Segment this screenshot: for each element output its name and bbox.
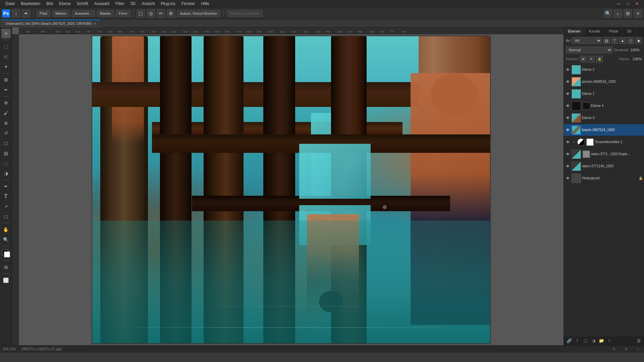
minimize-button[interactable]: —	[614, 1, 624, 6]
hand-tool[interactable]: ✋	[1, 225, 11, 234]
layer-item-stairs[interactable]: 👁 stairs-3771140_1920	[564, 160, 644, 172]
search2-icon[interactable]: ⌕	[614, 9, 622, 17]
square-select-icon[interactable]: ▢	[137, 9, 145, 17]
menu-schrift[interactable]: Schrift	[74, 1, 91, 7]
eyedropper-tool[interactable]: ✒	[1, 85, 11, 95]
foreground-color[interactable]	[1, 249, 11, 258]
menu-filter[interactable]: Filter	[113, 1, 127, 7]
zoom-tool[interactable]: 🔍	[1, 235, 11, 244]
brush-tool[interactable]: 🖌	[1, 108, 11, 118]
layer-item-stairs-copy[interactable]: 👁 stairs-3771...1920 Kopie...	[564, 148, 644, 160]
tab-ebenen[interactable]: Ebenen	[564, 27, 585, 36]
layer-visibility-stairs[interactable]: 👁	[565, 164, 571, 169]
layer-item-tonwert[interactable]: 👁 ✒ Tonwertkorrektur 1	[564, 136, 644, 148]
tab-kanaele[interactable]: Kanäle	[585, 27, 605, 36]
link-layers-btn[interactable]: 🔗	[566, 338, 573, 344]
layer-visibility-person[interactable]: 👁	[565, 79, 571, 84]
screen-mode-btn[interactable]: ⬜	[1, 276, 11, 285]
search-icon[interactable]: 🔍	[604, 9, 612, 17]
maske-btn[interactable]: Maske	[97, 10, 114, 17]
layer-visibility-tonwert[interactable]: 👁	[565, 139, 571, 145]
lock-all-btn[interactable]: 🔒	[596, 56, 603, 62]
tab-3d[interactable]: 3D	[623, 27, 636, 36]
shape-tool[interactable]: ◻	[1, 212, 11, 221]
path-tool-btn[interactable]: ✒	[22, 9, 30, 17]
menu-hilfe[interactable]: Hilfe	[199, 1, 212, 7]
eraser-tool[interactable]: ◻	[1, 138, 11, 148]
layer-visibility-beach[interactable]: 👁	[565, 127, 571, 133]
layer-visibility-ebene3[interactable]: 👁	[565, 115, 571, 121]
art-select[interactable]: Art Normal Filter	[572, 37, 602, 44]
menu-datei[interactable]: Datei	[3, 1, 17, 7]
gradient-tool[interactable]: ▤	[1, 148, 11, 158]
autom-btn[interactable]: Autom. hinzuf./löschen	[177, 10, 220, 17]
layer-visibility-ebene4[interactable]: 👁	[565, 103, 571, 109]
adjustment-btn[interactable]: ◑	[590, 338, 597, 344]
lock-position-btn[interactable]: ⊠	[580, 56, 587, 62]
layer-item-ebene3[interactable]: 👁 Ebene 3	[564, 112, 644, 124]
tab-pfade[interactable]: Pfade	[605, 27, 623, 36]
text-tool[interactable]: T	[1, 192, 11, 201]
layer-style-btn[interactable]: f	[574, 338, 581, 344]
layer-item-person[interactable]: 👁 person-4008516_1920	[564, 76, 644, 88]
history-brush-tool[interactable]: ↺	[1, 128, 11, 138]
layer-item-ebene1[interactable]: 👁 Ebene 1	[564, 88, 644, 100]
panel-icon-5[interactable]: ◆	[635, 37, 642, 44]
crop-tool[interactable]: ⊠	[1, 75, 11, 84]
add-mask-btn[interactable]: ◻	[582, 338, 589, 344]
status-arrange-btn[interactable]: ⊞	[623, 346, 629, 353]
pen-icon[interactable]: ✏	[157, 9, 165, 17]
tab-close-button[interactable]: ✕	[94, 22, 96, 25]
group-btn[interactable]: 📁	[598, 338, 605, 344]
layer-visibility-ebene1[interactable]: 👁	[565, 91, 571, 97]
lasso-icon[interactable]: ◎	[147, 9, 155, 17]
dodge-tool[interactable]: ◑	[1, 169, 11, 178]
panel-icon-3[interactable]: ▲	[619, 37, 626, 44]
menu-bild[interactable]: Bild	[44, 1, 56, 7]
layer-item-ebene4[interactable]: 👁 Ebene 4	[564, 100, 644, 112]
panel-icon-2[interactable]: T	[611, 37, 618, 44]
quick-mask-btn[interactable]: ⊞	[1, 262, 11, 272]
active-tab[interactable]: Unbenannt-1 bei 334% (beach-1867524_1920…	[1, 19, 101, 27]
maximize-button[interactable]: □	[624, 1, 632, 6]
layer-visibility-ebene2[interactable]: 👁	[565, 67, 571, 72]
pen-tool[interactable]: ✒	[1, 182, 11, 191]
menu-3d[interactable]: 3D	[128, 1, 138, 7]
layer-visibility-background[interactable]: 👁	[565, 176, 571, 181]
menu-ansicht[interactable]: Ansicht	[139, 1, 157, 7]
gear-icon[interactable]: ⚙	[167, 9, 175, 17]
stamp-tool[interactable]: ⊕	[1, 118, 11, 128]
select-tool-btn[interactable]: ↕	[12, 9, 20, 17]
menu-fenster[interactable]: Fenster	[179, 1, 198, 7]
menu-auswahl[interactable]: Auswahl	[92, 1, 112, 7]
blend-mode-select[interactable]: Normal Multiplizieren Abdunkeln Aufhelle…	[566, 47, 612, 53]
blur-tool[interactable]: ◌	[1, 159, 11, 168]
status-more-btn[interactable]: ≡	[635, 346, 641, 353]
menu-plugins[interactable]: Plug-ins	[158, 1, 178, 7]
layer-item-background[interactable]: 👁 Hintergrund 🔒	[564, 172, 644, 184]
magic-wand-tool[interactable]: ✦	[1, 62, 11, 71]
home-button[interactable]: Ps	[2, 9, 10, 17]
panel-icon-4[interactable]: ◻	[627, 37, 634, 44]
canvas-image[interactable]	[92, 36, 491, 344]
layer-visibility-stairs-copy[interactable]: 👁	[565, 152, 571, 157]
more-icon[interactable]: ≡	[634, 9, 642, 17]
lasso-tool[interactable]: ⊂	[1, 52, 11, 61]
auswahl-btn[interactable]: Auswahl...	[72, 10, 95, 17]
layer-item-beach[interactable]: 👁 beach-1867524_1920	[564, 124, 644, 136]
marker-btn[interactable]: Marker	[52, 10, 70, 17]
path-dropdown-btn[interactable]: Pfad	[37, 10, 50, 17]
menu-bearbeiten[interactable]: Bearbeiten	[18, 1, 43, 7]
form-btn[interactable]: Form	[116, 10, 130, 17]
layout-icon[interactable]: ⊞	[624, 9, 632, 17]
close-button[interactable]: ✕	[633, 1, 641, 6]
lock-image-btn[interactable]: ✦	[588, 56, 595, 62]
layer-item-ebene2[interactable]: 👁 Ebene 2	[564, 64, 644, 76]
move-tool[interactable]: ✛	[1, 29, 11, 38]
path-selection-tool[interactable]: ↗	[1, 202, 11, 211]
panel-icon-1[interactable]: ▤	[603, 37, 610, 44]
healing-tool[interactable]: ✜	[1, 98, 11, 108]
delete-layer-btn[interactable]: 🗑	[635, 338, 642, 344]
new-layer-btn[interactable]: +	[606, 338, 613, 344]
marquee-tool[interactable]: ⬚	[1, 42, 11, 51]
